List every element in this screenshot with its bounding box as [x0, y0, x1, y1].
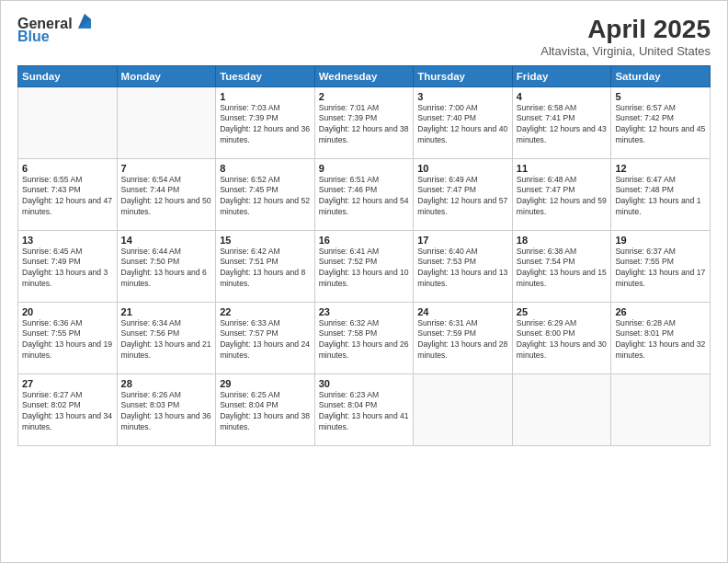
calendar-header-wednesday: Wednesday	[314, 65, 414, 86]
day-number: 18	[517, 235, 608, 246]
day-number: 20	[22, 306, 113, 317]
day-number: 25	[517, 306, 608, 317]
day-info: Sunrise: 6:26 AM Sunset: 8:03 PM Dayligh…	[121, 390, 212, 432]
calendar-cell: 28Sunrise: 6:26 AM Sunset: 8:03 PM Dayli…	[117, 373, 216, 445]
day-number: 22	[220, 306, 311, 317]
logo: General Blue	[17, 16, 95, 45]
calendar-cell: 15Sunrise: 6:42 AM Sunset: 7:51 PM Dayli…	[216, 230, 315, 302]
day-info: Sunrise: 6:55 AM Sunset: 7:43 PM Dayligh…	[22, 175, 113, 217]
calendar-header-row: SundayMondayTuesdayWednesdayThursdayFrid…	[18, 65, 711, 86]
calendar-cell: 14Sunrise: 6:44 AM Sunset: 7:50 PM Dayli…	[117, 230, 216, 302]
day-info: Sunrise: 6:37 AM Sunset: 7:55 PM Dayligh…	[615, 247, 706, 289]
page: General Blue April 2025 Altavista, Virgi…	[0, 0, 728, 563]
calendar-header-sunday: Sunday	[18, 65, 118, 86]
calendar-week-2: 6Sunrise: 6:55 AM Sunset: 7:43 PM Daylig…	[18, 158, 711, 230]
calendar-week-3: 13Sunrise: 6:45 AM Sunset: 7:49 PM Dayli…	[18, 230, 711, 302]
day-number: 15	[220, 235, 311, 246]
page-subtitle: Altavista, Virginia, United States	[540, 44, 711, 58]
day-number: 17	[417, 235, 508, 246]
calendar: SundayMondayTuesdayWednesdayThursdayFrid…	[17, 65, 711, 446]
calendar-cell: 25Sunrise: 6:29 AM Sunset: 8:00 PM Dayli…	[512, 302, 611, 373]
title-block: April 2025 Altavista, Virginia, United S…	[540, 16, 711, 58]
day-number: 26	[615, 306, 706, 317]
day-info: Sunrise: 6:23 AM Sunset: 8:04 PM Dayligh…	[319, 390, 410, 432]
day-number: 21	[121, 306, 212, 317]
day-number: 24	[417, 306, 508, 317]
calendar-header-thursday: Thursday	[414, 65, 513, 86]
day-number: 23	[319, 306, 410, 317]
day-info: Sunrise: 6:51 AM Sunset: 7:46 PM Dayligh…	[319, 175, 410, 217]
day-info: Sunrise: 6:33 AM Sunset: 7:57 PM Dayligh…	[220, 318, 311, 361]
day-info: Sunrise: 6:57 AM Sunset: 7:42 PM Dayligh…	[615, 103, 706, 145]
day-number: 28	[121, 378, 212, 389]
calendar-header-tuesday: Tuesday	[216, 65, 315, 86]
calendar-cell: 17Sunrise: 6:40 AM Sunset: 7:53 PM Dayli…	[414, 230, 513, 302]
calendar-cell: 3Sunrise: 7:00 AM Sunset: 7:40 PM Daylig…	[414, 86, 513, 158]
day-info: Sunrise: 7:01 AM Sunset: 7:39 PM Dayligh…	[319, 103, 410, 145]
day-number: 8	[220, 163, 311, 174]
day-info: Sunrise: 6:32 AM Sunset: 7:58 PM Dayligh…	[319, 318, 410, 361]
day-number: 19	[615, 235, 706, 246]
calendar-cell: 22Sunrise: 6:33 AM Sunset: 7:57 PM Dayli…	[216, 302, 315, 373]
day-number: 2	[319, 91, 410, 102]
calendar-cell: 27Sunrise: 6:27 AM Sunset: 8:02 PM Dayli…	[18, 373, 118, 445]
day-info: Sunrise: 6:36 AM Sunset: 7:55 PM Dayligh…	[22, 318, 113, 361]
calendar-cell: 29Sunrise: 6:25 AM Sunset: 8:04 PM Dayli…	[216, 373, 315, 445]
day-info: Sunrise: 6:48 AM Sunset: 7:47 PM Dayligh…	[517, 175, 608, 217]
calendar-cell: 18Sunrise: 6:38 AM Sunset: 7:54 PM Dayli…	[512, 230, 611, 302]
calendar-cell: 23Sunrise: 6:32 AM Sunset: 7:58 PM Dayli…	[314, 302, 414, 373]
day-number: 30	[319, 378, 410, 389]
calendar-cell	[611, 373, 711, 445]
day-info: Sunrise: 6:25 AM Sunset: 8:04 PM Dayligh…	[220, 390, 311, 432]
calendar-cell: 20Sunrise: 6:36 AM Sunset: 7:55 PM Dayli…	[18, 302, 118, 373]
day-info: Sunrise: 7:03 AM Sunset: 7:39 PM Dayligh…	[220, 103, 311, 145]
calendar-cell: 21Sunrise: 6:34 AM Sunset: 7:56 PM Dayli…	[117, 302, 216, 373]
day-info: Sunrise: 6:49 AM Sunset: 7:47 PM Dayligh…	[417, 175, 508, 217]
calendar-cell: 30Sunrise: 6:23 AM Sunset: 8:04 PM Dayli…	[314, 373, 414, 445]
calendar-cell: 19Sunrise: 6:37 AM Sunset: 7:55 PM Dayli…	[611, 230, 711, 302]
day-number: 12	[615, 163, 706, 174]
page-title: April 2025	[540, 16, 711, 44]
day-info: Sunrise: 6:27 AM Sunset: 8:02 PM Dayligh…	[22, 390, 113, 432]
calendar-header-saturday: Saturday	[611, 65, 711, 86]
calendar-cell: 9Sunrise: 6:51 AM Sunset: 7:46 PM Daylig…	[314, 158, 414, 230]
day-info: Sunrise: 6:31 AM Sunset: 7:59 PM Dayligh…	[417, 318, 508, 361]
day-number: 7	[121, 163, 212, 174]
calendar-cell: 24Sunrise: 6:31 AM Sunset: 7:59 PM Dayli…	[414, 302, 513, 373]
calendar-cell: 26Sunrise: 6:28 AM Sunset: 8:01 PM Dayli…	[611, 302, 711, 373]
day-info: Sunrise: 6:44 AM Sunset: 7:50 PM Dayligh…	[121, 247, 212, 289]
day-info: Sunrise: 6:41 AM Sunset: 7:52 PM Dayligh…	[319, 247, 410, 289]
day-info: Sunrise: 6:52 AM Sunset: 7:45 PM Dayligh…	[220, 175, 311, 217]
day-number: 14	[121, 235, 212, 246]
calendar-cell	[414, 373, 513, 445]
calendar-cell: 4Sunrise: 6:58 AM Sunset: 7:41 PM Daylig…	[512, 86, 611, 158]
day-number: 29	[220, 378, 311, 389]
day-info: Sunrise: 6:54 AM Sunset: 7:44 PM Dayligh…	[121, 175, 212, 217]
logo-icon	[74, 12, 95, 32]
day-info: Sunrise: 6:34 AM Sunset: 7:56 PM Dayligh…	[121, 318, 212, 361]
calendar-week-4: 20Sunrise: 6:36 AM Sunset: 7:55 PM Dayli…	[18, 302, 711, 373]
day-info: Sunrise: 7:00 AM Sunset: 7:40 PM Dayligh…	[417, 103, 508, 145]
calendar-cell: 10Sunrise: 6:49 AM Sunset: 7:47 PM Dayli…	[414, 158, 513, 230]
day-number: 27	[22, 378, 113, 389]
day-number: 16	[319, 235, 410, 246]
day-number: 9	[319, 163, 410, 174]
day-info: Sunrise: 6:45 AM Sunset: 7:49 PM Dayligh…	[22, 247, 113, 289]
calendar-week-5: 27Sunrise: 6:27 AM Sunset: 8:02 PM Dayli…	[18, 373, 711, 445]
calendar-cell: 8Sunrise: 6:52 AM Sunset: 7:45 PM Daylig…	[216, 158, 315, 230]
day-number: 6	[22, 163, 113, 174]
calendar-header-monday: Monday	[117, 65, 216, 86]
calendar-cell	[117, 86, 216, 158]
day-info: Sunrise: 6:38 AM Sunset: 7:54 PM Dayligh…	[517, 247, 608, 289]
day-number: 10	[417, 163, 508, 174]
day-number: 3	[417, 91, 508, 102]
calendar-cell: 16Sunrise: 6:41 AM Sunset: 7:52 PM Dayli…	[314, 230, 414, 302]
header: General Blue April 2025 Altavista, Virgi…	[17, 16, 711, 58]
calendar-cell: 6Sunrise: 6:55 AM Sunset: 7:43 PM Daylig…	[18, 158, 118, 230]
day-number: 11	[517, 163, 608, 174]
calendar-cell: 5Sunrise: 6:57 AM Sunset: 7:42 PM Daylig…	[611, 86, 711, 158]
day-info: Sunrise: 6:42 AM Sunset: 7:51 PM Dayligh…	[220, 247, 311, 289]
calendar-cell: 1Sunrise: 7:03 AM Sunset: 7:39 PM Daylig…	[216, 86, 315, 158]
calendar-cell: 11Sunrise: 6:48 AM Sunset: 7:47 PM Dayli…	[512, 158, 611, 230]
calendar-cell	[18, 86, 118, 158]
